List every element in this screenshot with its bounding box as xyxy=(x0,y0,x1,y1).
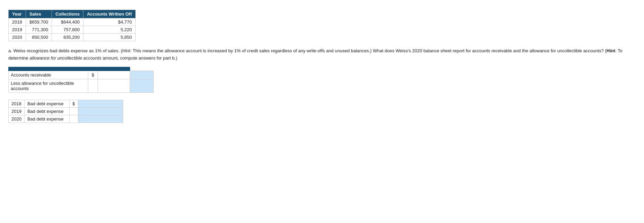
col-written-off: Accounts Written Off xyxy=(83,10,136,18)
cell-written-off: $4,770 xyxy=(83,18,136,26)
cell-collections: $644,400 xyxy=(52,18,83,26)
cell-written-off: 5,850 xyxy=(83,34,136,41)
bad-debt-row: 2018 Bad debt expense $ xyxy=(9,100,123,107)
cell-sales: 850,500 xyxy=(26,34,52,41)
col-sales: Sales xyxy=(26,10,52,18)
bad-debt-year: 2018 xyxy=(9,100,25,107)
asset-label: Less allowance for uncollectible account… xyxy=(9,79,88,92)
dollar-sign xyxy=(69,115,78,123)
bad-debt-label: Bad debt expense xyxy=(24,107,69,115)
bad-debt-row: 2019 Bad debt expense xyxy=(9,107,123,115)
col-collections: Collections xyxy=(52,10,83,18)
table-row: 2018 $659,700 $644,400 $4,770 xyxy=(9,18,136,26)
dollar-sign: $ xyxy=(69,100,78,107)
asset-extra-cell xyxy=(130,79,153,92)
bad-debt-label: Bad debt expense xyxy=(24,100,69,107)
bad-debt-input-cell[interactable] xyxy=(78,100,123,107)
asset-input-1[interactable] xyxy=(98,82,129,89)
table-row: 2020 850,500 835,200 5,850 xyxy=(9,34,136,41)
dollar-sign: $ xyxy=(88,71,98,79)
part-a-text: a. Weiss recognizes bad debts expense as… xyxy=(8,47,636,62)
dollar-sign xyxy=(88,79,98,92)
bad-debt-label: Bad debt expense xyxy=(24,115,69,123)
current-assets-header xyxy=(9,67,130,71)
cell-collections: 757,800 xyxy=(52,26,83,34)
cell-collections: 835,200 xyxy=(52,34,83,41)
asset-input-0[interactable] xyxy=(98,71,129,79)
asset-label: Accounts receivable xyxy=(9,71,88,79)
asset-extra-cell xyxy=(130,71,153,79)
cell-year: 2018 xyxy=(9,18,26,26)
bad-debt-input-2[interactable] xyxy=(78,115,123,123)
bad-debt-input-1[interactable] xyxy=(78,108,123,115)
part-a-main: a. Weiss recognizes bad debts expense as… xyxy=(8,48,604,53)
cell-sales: $659,700 xyxy=(26,18,52,26)
sales-table: Year Sales Collections Accounts Written … xyxy=(8,10,136,41)
bad-debt-input-0[interactable] xyxy=(78,100,123,107)
cell-year: 2019 xyxy=(9,26,26,34)
col-year: Year xyxy=(9,10,26,18)
current-assets-table: Accounts receivable $ Less allowance for… xyxy=(8,67,154,93)
bad-debt-row: 2020 Bad debt expense xyxy=(9,115,123,123)
bad-debt-input-cell[interactable] xyxy=(78,115,123,123)
dollar-sign xyxy=(69,107,78,115)
bad-debt-year: 2020 xyxy=(9,115,25,123)
assets-row: Less allowance for uncollectible account… xyxy=(9,79,154,92)
cell-year: 2020 xyxy=(9,34,26,41)
asset-input-cell[interactable] xyxy=(98,71,130,79)
bad-debt-table: 2018 Bad debt expense $ 2019 Bad debt ex… xyxy=(8,100,123,123)
assets-row: Accounts receivable $ xyxy=(9,71,154,79)
cell-sales: 771,300 xyxy=(26,26,52,34)
table-row: 2019 771,300 757,800 5,220 xyxy=(9,26,136,34)
bad-debt-year: 2019 xyxy=(9,107,25,115)
asset-input-cell[interactable] xyxy=(98,79,130,92)
bad-debt-input-cell[interactable] xyxy=(78,107,123,115)
cell-written-off: 5,220 xyxy=(83,26,136,34)
